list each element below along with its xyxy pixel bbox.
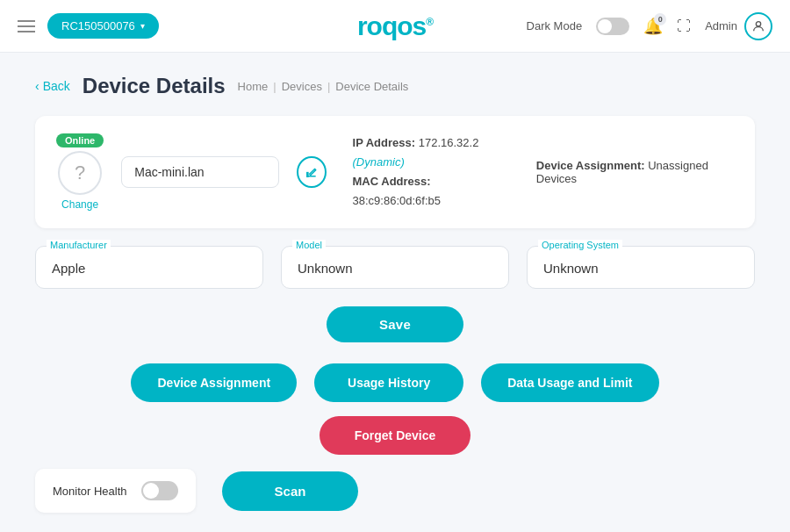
header-right: Dark Mode 🔔 0 ⛶ Admin [527,12,772,40]
model-field: Model Unknown [281,246,509,289]
avatar [744,12,772,40]
ip-value: 172.16.32.2 [419,136,479,149]
assignment-info: Device Assignment: Unassigned Devices [536,159,734,185]
dark-mode-label: Dark Mode [527,19,583,32]
logo: roqos® [357,11,433,41]
mac-label: MAC Address: [353,175,431,188]
back-button[interactable]: ‹ Back [35,79,70,93]
assignment-label: Device Assignment: [536,159,645,172]
device-info: IP Address: 172.16.32.2 (Dynamic) MAC Ad… [353,133,519,211]
os-label: Operating System [538,240,622,250]
action-row-1: Device Assignment Usage History Data Usa… [35,363,755,402]
notification-bell[interactable]: 🔔 0 [643,17,663,36]
os-field: Operating System Unknown [527,246,755,289]
edit-button[interactable] [297,156,326,188]
chevron-down-icon: ▾ [140,21,145,31]
bottom-row: Monitor Health Scan [35,469,755,513]
device-name-input[interactable] [121,156,279,188]
forget-device-button[interactable]: Forget Device [320,416,471,455]
device-card: Online ? Change IP Address: 172.16.32.2 … [35,116,755,228]
rc-selector-button[interactable]: RC150500076 ▾ [47,13,159,39]
manufacturer-field: Manufacturer Apple [35,246,263,289]
usage-history-button[interactable]: Usage History [314,363,463,402]
ip-type: (Dynamic) [353,155,405,169]
action-row-2: Forget Device [35,416,755,455]
device-icon-area: Online ? Change [56,133,104,211]
svg-line-4 [314,169,315,170]
os-value: Unknown [543,261,738,276]
monitor-health-toggle[interactable] [141,481,178,500]
page-header: ‹ Back Device Details Home | Devices | D… [35,74,755,98]
device-assignment-button[interactable]: Device Assignment [131,363,297,402]
model-label: Model [292,240,326,250]
monitor-health-label: Monitor Health [53,485,127,498]
notification-badge: 0 [654,13,666,25]
model-value: Unknown [298,261,492,276]
save-area: Save [35,306,755,342]
page-title: Device Details [83,74,226,98]
change-link[interactable]: Change [61,198,98,211]
save-button[interactable]: Save [327,306,463,342]
admin-area[interactable]: Admin [705,12,772,40]
hamburger-menu[interactable] [18,20,35,32]
ip-label: IP Address: [353,136,416,149]
back-chevron-icon: ‹ [35,79,40,93]
header: RC150500076 ▾ roqos® Dark Mode 🔔 0 ⛶ Adm… [0,0,790,53]
manufacturer-value: Apple [52,261,247,276]
admin-label: Admin [705,19,737,32]
scan-button[interactable]: Scan [222,471,359,511]
manufacturer-label: Manufacturer [47,240,111,250]
header-left: RC150500076 ▾ [18,13,159,39]
online-badge: Online [56,133,104,147]
fullscreen-icon[interactable]: ⛶ [677,18,691,34]
breadcrumb: Home | Devices | Device Details [238,80,409,93]
svg-point-0 [756,21,760,25]
fields-row: Manufacturer Apple Model Unknown Operati… [35,246,755,289]
data-usage-button[interactable]: Data Usage and Limit [481,363,658,402]
monitor-health-card: Monitor Health [35,469,196,513]
mac-value: 38:c9:86:0d:6f:b5 [353,194,441,207]
rc-button-label: RC150500076 [61,19,135,32]
main-content: ‹ Back Device Details Home | Devices | D… [0,53,790,532]
device-icon-circle: ? [58,151,102,195]
dark-mode-toggle[interactable] [596,18,629,35]
